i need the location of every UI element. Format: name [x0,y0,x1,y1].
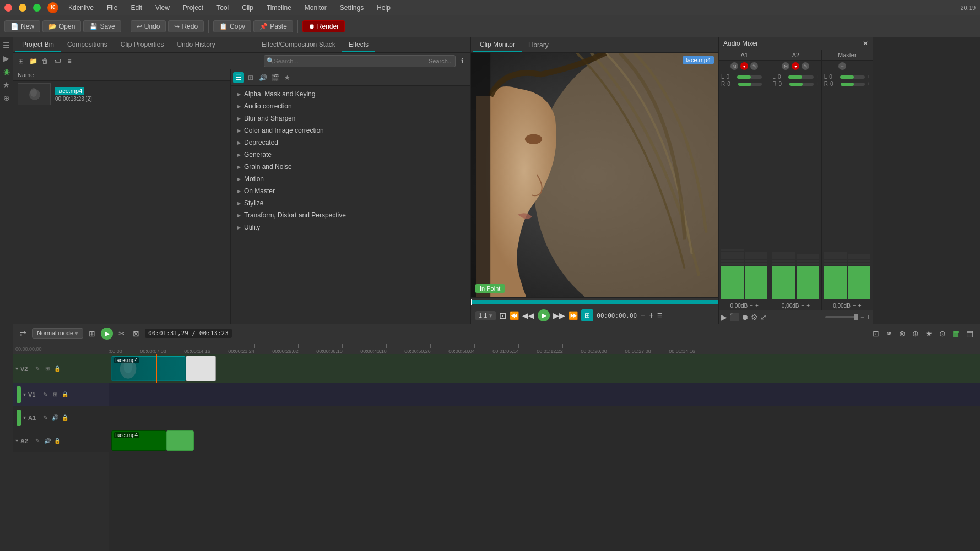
channel-a1-mute-icon[interactable]: M [730,62,738,70]
a2-edit-icon[interactable]: ✎ [34,437,41,445]
channel-master-plus[interactable]: + [867,74,870,80]
timeline-settings-icon[interactable]: ⇄ [18,328,29,339]
settings-button[interactable]: ≡ [657,310,662,320]
channel-a2-db-plus[interactable]: + [806,303,810,309]
copy-button[interactable]: 📋 Copy [213,20,251,32]
menu-edit[interactable]: Edit [127,3,145,13]
channel-master-db-plus[interactable]: + [858,303,862,309]
audio-minus-icon[interactable]: − [860,313,864,321]
timeline-snap-icon[interactable]: ⊞ [86,328,98,339]
channel-master-r-knob[interactable] [841,83,865,86]
window-minimize[interactable] [19,4,26,12]
menu-help[interactable]: Help [373,3,394,13]
time-minus-button[interactable]: − [640,310,645,320]
timeline-audio-icon[interactable]: ⚭ [884,328,895,339]
effects-view-grid-icon[interactable]: ⊞ [245,72,256,83]
timeline-cut-icon[interactable]: ✂ [116,328,127,339]
sidebar-icon-1[interactable]: ☰ [1,40,12,51]
audio-plus-icon[interactable]: + [867,313,870,321]
undo-button[interactable]: ↩ Undo [131,20,166,32]
tag-icon[interactable]: 🏷 [52,56,63,67]
channel-master-knob[interactable] [840,75,865,79]
channel-a1-db-minus[interactable]: − [750,303,753,309]
channel-master-minus[interactable]: − [835,74,838,80]
sidebar-icon-3[interactable]: ◉ [1,66,12,77]
effects-view-list-icon[interactable]: ☰ [233,72,244,83]
rewind-button[interactable]: ⏪ [510,311,519,320]
a1-mute-icon[interactable]: 🔊 [51,414,59,422]
folder-icon[interactable]: 📁 [28,56,39,67]
a2-lock-icon[interactable]: 🔒 [53,437,61,445]
channel-a1-db-plus[interactable]: + [755,303,759,309]
channel-a1-r-minus[interactable]: − [733,81,736,87]
tab-project-bin[interactable]: Project Bin [15,39,61,52]
channel-a1-plus[interactable]: + [764,74,767,80]
tab-library[interactable]: Library [522,39,555,51]
menu-view[interactable]: View [152,3,173,13]
effect-category-stylize[interactable]: Stylize [231,197,470,209]
info-icon[interactable]: ℹ [457,56,468,67]
tab-clip-monitor[interactable]: Clip Monitor [473,39,522,52]
render-button[interactable]: ⏺ Render [302,20,345,32]
a2-mute-icon[interactable]: 🔊 [44,437,51,445]
timeline-play-button[interactable]: ▶ [101,328,113,340]
menu-file[interactable]: File [104,3,121,13]
delete-icon[interactable]: 🗑 [40,56,51,67]
channel-a1-edit-icon[interactable]: ✎ [750,62,758,70]
window-maximize[interactable] [33,4,41,12]
step-back-button[interactable]: ◀◀ [522,311,534,320]
window-close[interactable] [4,4,12,12]
menu-kdenlive[interactable]: Kdenlive [65,3,97,13]
menu-project[interactable]: Project [180,3,207,13]
effects-audio-icon[interactable]: 🔊 [257,72,268,83]
timeline-overlay-icon[interactable]: ⊗ [897,328,908,339]
open-button[interactable]: 📂 Open [42,20,81,32]
channel-a1-r-plus[interactable]: + [764,81,767,87]
channel-a2-r-plus[interactable]: + [816,81,819,87]
effect-category-utility[interactable]: Utility [231,221,470,233]
audio-expand-icon[interactable]: ⤢ [760,313,767,321]
v2-composite-icon[interactable]: ⊞ [44,365,51,373]
play-button[interactable]: ▶ [538,309,550,321]
tab-undo-history[interactable]: Undo History [170,39,221,52]
timeline-active-icon[interactable]: ▦ [950,328,962,339]
timeline-overlay2-icon[interactable]: ⊕ [910,328,921,339]
tab-effect-stack[interactable]: Effect/Composition Stack [255,39,342,52]
save-button[interactable]: 💾 Save [83,20,121,32]
tab-compositions[interactable]: Compositions [61,39,114,52]
effect-category-color[interactable]: Color and Image correction [231,124,470,137]
a1-edit-icon[interactable]: ✎ [41,414,49,422]
sidebar-icon-4[interactable]: ★ [1,79,12,90]
paste-button[interactable]: 📌 Paste [253,20,293,32]
a1-collapse-icon[interactable]: ▾ [23,414,26,421]
effect-category-deprecated[interactable]: Deprecated [231,137,470,149]
audio-rec-icon[interactable]: ⏺ [741,313,749,321]
clip-a2-face[interactable]: face.mp4 [111,430,166,451]
timeline-star-icon[interactable]: ★ [923,328,935,339]
v2-lock-icon[interactable]: 🔒 [53,365,61,373]
timeline-view-icon[interactable]: ⊡ [870,328,881,339]
audio-play-icon[interactable]: ▶ [721,313,727,321]
effect-category-grain[interactable]: Grain and Noise [231,161,470,173]
channel-a2-mute-icon[interactable]: M [782,62,789,70]
new-button[interactable]: 📄 New [4,20,40,32]
effect-category-onmaster[interactable]: On Master [231,185,470,197]
channel-a1-r-knob[interactable] [738,83,762,86]
channel-a2-plus[interactable]: + [816,74,819,80]
menu-icon[interactable]: ≡ [64,56,75,67]
channel-master-forward-icon[interactable]: → [838,62,846,70]
channel-master-r-plus[interactable]: + [867,81,870,87]
effect-category-transform[interactable]: Transform, Distort and Perspective [231,209,470,221]
clip-a2-green[interactable] [166,430,194,451]
channel-a2-record-icon[interactable]: ● [792,62,799,70]
effect-category-blur[interactable]: Blur and Sharpen [231,112,470,124]
sidebar-icon-2[interactable]: ▶ [1,53,12,64]
effect-category-alpha[interactable]: Alpha, Mask and Keying [231,88,470,100]
redo-button[interactable]: ↪ Redo [168,20,204,32]
effect-category-generate[interactable]: Generate [231,149,470,161]
timeline-mode-selector[interactable]: Normal mode ▾ [32,328,83,339]
clip-v2-white[interactable] [186,356,216,381]
channel-master-r-minus[interactable]: − [835,81,838,87]
channel-a2-r-minus[interactable]: − [784,81,787,87]
effect-category-motion[interactable]: Motion [231,173,470,185]
